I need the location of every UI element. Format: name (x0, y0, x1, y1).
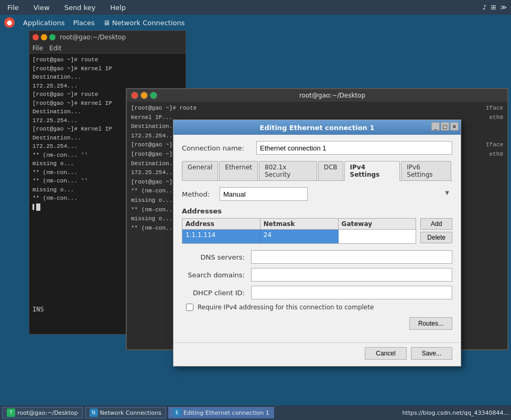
dhcp-input[interactable] (251, 286, 452, 299)
addresses-area: Address Netmask Gateway 1.1.1.114 24 Add (182, 218, 452, 244)
terminal-line-2: [root@gao ~]# Kernel IP (32, 64, 182, 73)
dhcp-row: DHCP client ID: (182, 286, 452, 299)
connection-name-row: Connection name: (182, 141, 452, 155)
terminal-close-btn[interactable] (32, 34, 39, 40)
network-taskbar-icon: N (90, 408, 98, 417)
tab-8021x[interactable]: 802.1x Security (259, 161, 317, 180)
cancel-button[interactable]: Cancel (365, 347, 406, 360)
taskbar-editing-label: Editing Ethernet connection 1 (183, 410, 269, 416)
method-label: Method: (182, 190, 213, 198)
routes-button[interactable]: Routes... (409, 317, 452, 330)
editing-dialog: Editing Ethernet connection 1 _ □ ✕ Conn… (173, 120, 461, 367)
terminal-minimize-btn[interactable] (41, 34, 47, 40)
tab-general[interactable]: General (182, 161, 218, 180)
menu-sendkey[interactable]: Send key (61, 3, 99, 13)
root-close-btn[interactable] (131, 92, 138, 99)
addr-header: Address Netmask Gateway (182, 219, 416, 230)
tab-dcb[interactable]: DCB (318, 161, 343, 180)
tab-ethernet[interactable]: Ethernet (219, 161, 258, 180)
gateway-input[interactable] (342, 231, 413, 242)
dialog-body: Connection name: General Ethernet 802.1x… (173, 135, 461, 342)
taskbar-item-editing[interactable]: E Editing Ethernet connection 1 (168, 407, 274, 418)
taskbar-network-label: Network Connections (100, 410, 161, 416)
dialog-minimize-btn[interactable]: _ (431, 122, 440, 131)
volume-icon: ♪ (483, 4, 487, 11)
addr-cell-address[interactable]: 1.1.1.114 (182, 230, 260, 243)
dialog-title-controls: _ □ ✕ (431, 122, 459, 131)
taskbar-bottom: T root@gao:~/Desktop N Network Connectio… (0, 405, 511, 420)
desktop: 🏠 home 🗑 Trash root@gao:~/Desktop File E… (0, 30, 511, 405)
top-menubar: File View Send key Help ♪ ⊞ ≫ (0, 0, 511, 15)
top-right-area: ♪ ⊞ ≫ (483, 4, 507, 11)
method-select[interactable]: Manual Automatic (DHCP) Link-Local Only … (220, 187, 308, 201)
terminal-titlebar: root@gao:~/Desktop (29, 31, 186, 44)
taskbar-terminal-label: root@gao:~/Desktop (17, 410, 78, 416)
root-line-1: [root@gao ~]# route Iface (131, 104, 503, 113)
appbar-network-label[interactable]: Network Connections (112, 19, 185, 27)
addresses-label: Addresses (182, 207, 452, 215)
addr-col-gateway: Gateway (339, 219, 416, 229)
dns-row: DNS servers: (182, 250, 452, 264)
dialog-close-btn[interactable]: ✕ (450, 122, 459, 131)
overflow-label: ≫ (500, 4, 507, 11)
connection-name-label: Connection name: (182, 144, 250, 152)
addr-cell-netmask[interactable]: 24 (260, 230, 339, 243)
menu-file[interactable]: File (4, 3, 22, 13)
dialog-footer: Cancel Save... (173, 342, 461, 366)
terminal-line-3: Destination... (32, 73, 182, 82)
tab-bar: General Ethernet 802.1x Security DCB IPv… (182, 161, 452, 181)
root-minimize-btn[interactable] (140, 92, 148, 99)
connection-name-input[interactable] (256, 141, 452, 155)
terminal-line-1: [root@gao ~]# route (32, 56, 182, 64)
addr-buttons: Add Delete (420, 218, 452, 244)
checkbox-label: Require IPv4 addressing for this connect… (198, 304, 374, 311)
menu-help[interactable]: Help (107, 3, 129, 13)
root-terminal-title: root@gao:~/Desktop (161, 92, 503, 99)
root-maximize-btn[interactable] (150, 92, 157, 99)
addr-cell-gateway[interactable] (339, 230, 416, 243)
delete-button[interactable]: Delete (420, 232, 452, 243)
app-logo: ● (4, 17, 15, 28)
search-label: Search domains: (182, 271, 245, 279)
add-button[interactable]: Add (420, 218, 452, 230)
tab-ipv4[interactable]: IPv4 Settings (344, 161, 400, 181)
appbar-places[interactable]: Places (73, 19, 94, 27)
root-titlebar: root@gao:~/Desktop (127, 89, 507, 102)
network-icon: 🖥 (103, 19, 110, 27)
menu-view[interactable]: View (30, 3, 53, 13)
url-text: https://blog.csdn.net/qq_43340844... (402, 410, 509, 416)
search-domains-row: Search domains: (182, 268, 452, 282)
addr-data-row: 1.1.1.114 24 (182, 230, 416, 243)
appbar: ● Applications Places 🖥 Network Connecti… (0, 15, 511, 30)
terminal-menu-file[interactable]: File (32, 45, 43, 52)
dns-label: DNS servers: (182, 253, 245, 261)
appbar-applications[interactable]: Applications (23, 19, 64, 27)
root-controls (131, 92, 157, 99)
addr-col-address: Address (182, 219, 260, 229)
taskbar-url: https://blog.csdn.net/qq_43340844... (402, 410, 509, 416)
terminal-maximize-btn[interactable] (49, 34, 56, 40)
routes-row: Routes... (182, 317, 452, 330)
terminal-controls (32, 34, 56, 40)
display-icon: ⊞ (491, 4, 496, 11)
addresses-table: Address Netmask Gateway 1.1.1.114 24 (182, 218, 416, 244)
editing-taskbar-icon: E (173, 408, 181, 417)
ins-badge: INS (32, 306, 44, 313)
terminal-menu-edit[interactable]: Edit (49, 45, 61, 52)
terminal-title: root@gao:~/Desktop (60, 34, 182, 41)
terminal-taskbar-icon: T (7, 408, 15, 417)
search-input[interactable] (251, 268, 452, 282)
dns-input[interactable] (251, 250, 452, 264)
terminal-menubar: File Edit (29, 44, 186, 53)
dialog-titlebar: Editing Ethernet connection 1 _ □ ✕ (173, 120, 461, 135)
taskbar-item-terminal[interactable]: T root@gao:~/Desktop (2, 407, 83, 418)
save-button[interactable]: Save... (411, 347, 452, 360)
ipv4-require-checkbox[interactable] (186, 304, 193, 311)
checkbox-row: Require IPv4 addressing for this connect… (186, 304, 452, 311)
appbar-network[interactable]: 🖥 Network Connections (103, 19, 185, 27)
tab-ipv6[interactable]: IPv6 Settings (401, 161, 451, 180)
method-select-wrapper[interactable]: Manual Automatic (DHCP) Link-Local Only … (220, 187, 452, 201)
dialog-restore-btn[interactable]: □ (441, 122, 449, 131)
addr-col-netmask: Netmask (260, 219, 339, 229)
taskbar-item-network[interactable]: N Network Connections (85, 407, 166, 418)
